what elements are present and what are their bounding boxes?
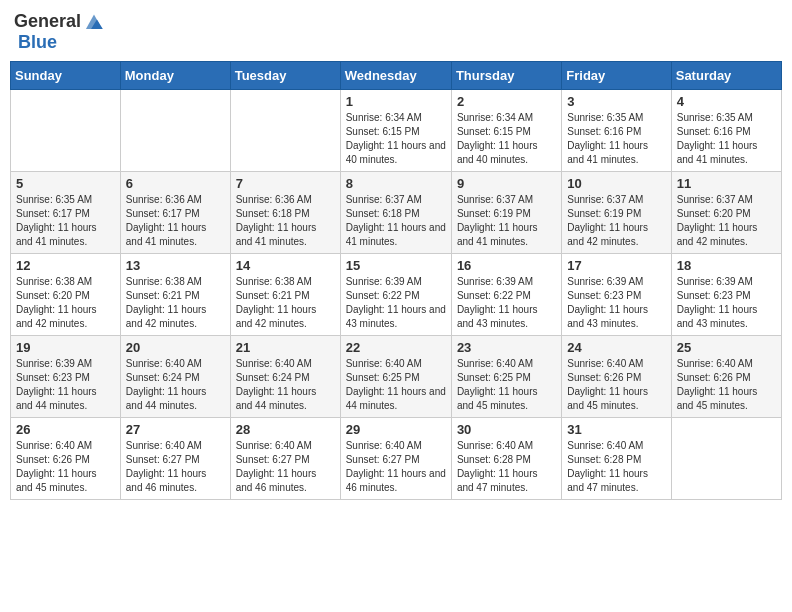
day-info: Sunrise: 6:38 AM Sunset: 6:21 PM Dayligh…: [126, 275, 225, 331]
day-info: Sunrise: 6:40 AM Sunset: 6:28 PM Dayligh…: [457, 439, 556, 495]
day-info: Sunrise: 6:37 AM Sunset: 6:20 PM Dayligh…: [677, 193, 776, 249]
weekday-header-friday: Friday: [562, 62, 671, 90]
day-number: 15: [346, 258, 446, 273]
day-info: Sunrise: 6:34 AM Sunset: 6:15 PM Dayligh…: [457, 111, 556, 167]
calendar-cell: 6Sunrise: 6:36 AM Sunset: 6:17 PM Daylig…: [120, 172, 230, 254]
week-row-3: 12Sunrise: 6:38 AM Sunset: 6:20 PM Dayli…: [11, 254, 782, 336]
week-row-4: 19Sunrise: 6:39 AM Sunset: 6:23 PM Dayli…: [11, 336, 782, 418]
calendar-cell: [120, 90, 230, 172]
calendar-cell: 7Sunrise: 6:36 AM Sunset: 6:18 PM Daylig…: [230, 172, 340, 254]
logo: General Blue: [14, 10, 105, 53]
weekday-header-sunday: Sunday: [11, 62, 121, 90]
calendar-cell: 28Sunrise: 6:40 AM Sunset: 6:27 PM Dayli…: [230, 418, 340, 500]
day-number: 28: [236, 422, 335, 437]
calendar-cell: 22Sunrise: 6:40 AM Sunset: 6:25 PM Dayli…: [340, 336, 451, 418]
page-header: General Blue: [10, 10, 782, 53]
weekday-header-thursday: Thursday: [451, 62, 561, 90]
day-number: 29: [346, 422, 446, 437]
week-row-2: 5Sunrise: 6:35 AM Sunset: 6:17 PM Daylig…: [11, 172, 782, 254]
day-number: 13: [126, 258, 225, 273]
calendar-cell: 24Sunrise: 6:40 AM Sunset: 6:26 PM Dayli…: [562, 336, 671, 418]
day-number: 16: [457, 258, 556, 273]
day-number: 4: [677, 94, 776, 109]
calendar-cell: 17Sunrise: 6:39 AM Sunset: 6:23 PM Dayli…: [562, 254, 671, 336]
day-info: Sunrise: 6:39 AM Sunset: 6:23 PM Dayligh…: [16, 357, 115, 413]
weekday-header-tuesday: Tuesday: [230, 62, 340, 90]
day-number: 5: [16, 176, 115, 191]
day-number: 7: [236, 176, 335, 191]
calendar-cell: 15Sunrise: 6:39 AM Sunset: 6:22 PM Dayli…: [340, 254, 451, 336]
day-number: 2: [457, 94, 556, 109]
calendar-cell: 25Sunrise: 6:40 AM Sunset: 6:26 PM Dayli…: [671, 336, 781, 418]
calendar-cell: 30Sunrise: 6:40 AM Sunset: 6:28 PM Dayli…: [451, 418, 561, 500]
day-info: Sunrise: 6:40 AM Sunset: 6:26 PM Dayligh…: [677, 357, 776, 413]
logo-icon: [83, 10, 105, 32]
day-info: Sunrise: 6:35 AM Sunset: 6:16 PM Dayligh…: [677, 111, 776, 167]
logo-container: General Blue: [14, 10, 105, 53]
calendar-cell: 2Sunrise: 6:34 AM Sunset: 6:15 PM Daylig…: [451, 90, 561, 172]
day-info: Sunrise: 6:40 AM Sunset: 6:27 PM Dayligh…: [126, 439, 225, 495]
day-info: Sunrise: 6:40 AM Sunset: 6:25 PM Dayligh…: [457, 357, 556, 413]
calendar-cell: 23Sunrise: 6:40 AM Sunset: 6:25 PM Dayli…: [451, 336, 561, 418]
day-number: 12: [16, 258, 115, 273]
day-number: 1: [346, 94, 446, 109]
day-info: Sunrise: 6:34 AM Sunset: 6:15 PM Dayligh…: [346, 111, 446, 167]
calendar-cell: 5Sunrise: 6:35 AM Sunset: 6:17 PM Daylig…: [11, 172, 121, 254]
calendar-cell: 29Sunrise: 6:40 AM Sunset: 6:27 PM Dayli…: [340, 418, 451, 500]
day-number: 6: [126, 176, 225, 191]
calendar-cell: 27Sunrise: 6:40 AM Sunset: 6:27 PM Dayli…: [120, 418, 230, 500]
day-info: Sunrise: 6:36 AM Sunset: 6:18 PM Dayligh…: [236, 193, 335, 249]
day-info: Sunrise: 6:40 AM Sunset: 6:26 PM Dayligh…: [567, 357, 665, 413]
day-info: Sunrise: 6:39 AM Sunset: 6:23 PM Dayligh…: [677, 275, 776, 331]
weekday-header-row: SundayMondayTuesdayWednesdayThursdayFrid…: [11, 62, 782, 90]
calendar-cell: 12Sunrise: 6:38 AM Sunset: 6:20 PM Dayli…: [11, 254, 121, 336]
weekday-header-monday: Monday: [120, 62, 230, 90]
calendar-cell: 19Sunrise: 6:39 AM Sunset: 6:23 PM Dayli…: [11, 336, 121, 418]
calendar-cell: 8Sunrise: 6:37 AM Sunset: 6:18 PM Daylig…: [340, 172, 451, 254]
day-number: 18: [677, 258, 776, 273]
day-info: Sunrise: 6:37 AM Sunset: 6:19 PM Dayligh…: [457, 193, 556, 249]
day-number: 3: [567, 94, 665, 109]
day-number: 9: [457, 176, 556, 191]
day-number: 25: [677, 340, 776, 355]
calendar-cell: 26Sunrise: 6:40 AM Sunset: 6:26 PM Dayli…: [11, 418, 121, 500]
day-info: Sunrise: 6:36 AM Sunset: 6:17 PM Dayligh…: [126, 193, 225, 249]
day-info: Sunrise: 6:39 AM Sunset: 6:22 PM Dayligh…: [457, 275, 556, 331]
calendar-cell: 21Sunrise: 6:40 AM Sunset: 6:24 PM Dayli…: [230, 336, 340, 418]
calendar-cell: 31Sunrise: 6:40 AM Sunset: 6:28 PM Dayli…: [562, 418, 671, 500]
day-number: 19: [16, 340, 115, 355]
day-info: Sunrise: 6:40 AM Sunset: 6:25 PM Dayligh…: [346, 357, 446, 413]
calendar-cell: 9Sunrise: 6:37 AM Sunset: 6:19 PM Daylig…: [451, 172, 561, 254]
calendar-cell: [11, 90, 121, 172]
day-number: 22: [346, 340, 446, 355]
calendar-cell: 1Sunrise: 6:34 AM Sunset: 6:15 PM Daylig…: [340, 90, 451, 172]
calendar-cell: 11Sunrise: 6:37 AM Sunset: 6:20 PM Dayli…: [671, 172, 781, 254]
weekday-header-wednesday: Wednesday: [340, 62, 451, 90]
logo-general-text: General: [14, 11, 81, 32]
day-info: Sunrise: 6:38 AM Sunset: 6:21 PM Dayligh…: [236, 275, 335, 331]
day-info: Sunrise: 6:38 AM Sunset: 6:20 PM Dayligh…: [16, 275, 115, 331]
day-info: Sunrise: 6:40 AM Sunset: 6:24 PM Dayligh…: [126, 357, 225, 413]
calendar-cell: [671, 418, 781, 500]
day-info: Sunrise: 6:40 AM Sunset: 6:27 PM Dayligh…: [346, 439, 446, 495]
calendar-table: SundayMondayTuesdayWednesdayThursdayFrid…: [10, 61, 782, 500]
day-number: 27: [126, 422, 225, 437]
day-number: 31: [567, 422, 665, 437]
week-row-5: 26Sunrise: 6:40 AM Sunset: 6:26 PM Dayli…: [11, 418, 782, 500]
logo-blue-text: Blue: [18, 32, 57, 53]
day-info: Sunrise: 6:40 AM Sunset: 6:26 PM Dayligh…: [16, 439, 115, 495]
calendar-cell: 13Sunrise: 6:38 AM Sunset: 6:21 PM Dayli…: [120, 254, 230, 336]
day-info: Sunrise: 6:40 AM Sunset: 6:27 PM Dayligh…: [236, 439, 335, 495]
calendar-cell: 20Sunrise: 6:40 AM Sunset: 6:24 PM Dayli…: [120, 336, 230, 418]
day-info: Sunrise: 6:37 AM Sunset: 6:19 PM Dayligh…: [567, 193, 665, 249]
calendar-cell: [230, 90, 340, 172]
day-info: Sunrise: 6:40 AM Sunset: 6:28 PM Dayligh…: [567, 439, 665, 495]
day-info: Sunrise: 6:40 AM Sunset: 6:24 PM Dayligh…: [236, 357, 335, 413]
calendar-cell: 10Sunrise: 6:37 AM Sunset: 6:19 PM Dayli…: [562, 172, 671, 254]
day-number: 30: [457, 422, 556, 437]
calendar-cell: 14Sunrise: 6:38 AM Sunset: 6:21 PM Dayli…: [230, 254, 340, 336]
day-number: 21: [236, 340, 335, 355]
day-number: 17: [567, 258, 665, 273]
day-info: Sunrise: 6:39 AM Sunset: 6:22 PM Dayligh…: [346, 275, 446, 331]
day-number: 11: [677, 176, 776, 191]
